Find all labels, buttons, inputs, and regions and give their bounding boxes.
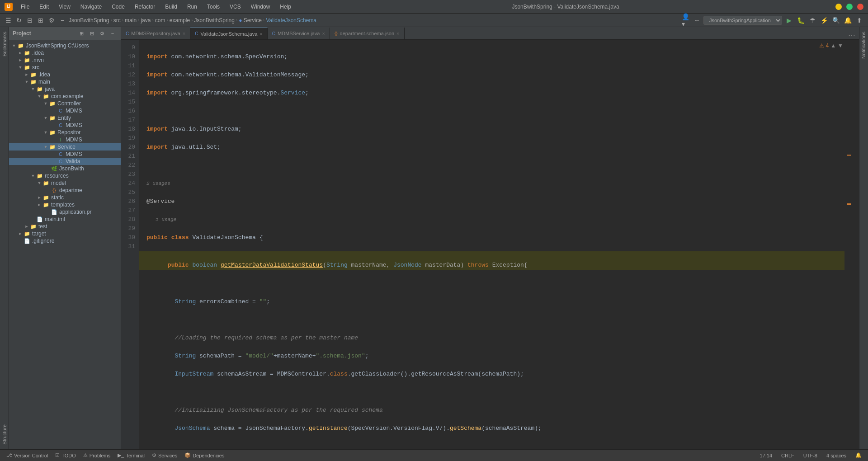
search-everywhere-button[interactable]: 🔍 bbox=[831, 15, 841, 25]
tab-validatejsonschema[interactable]: C ValidateJsonSchema.java × bbox=[190, 28, 267, 39]
notifications-tab[interactable]: Notifications bbox=[859, 27, 868, 63]
tree-com-example[interactable]: ▼ 📁 com.example bbox=[9, 93, 121, 100]
tree-templates[interactable]: ► 📁 templates bbox=[9, 201, 121, 208]
statusbar-notifications-icon[interactable]: 🔔 bbox=[853, 452, 864, 458]
profile-run-button[interactable]: ⚡ bbox=[819, 15, 829, 25]
breadcrumb-java[interactable]: java bbox=[141, 17, 151, 24]
tree-department-json[interactable]: {} departme bbox=[9, 187, 121, 194]
statusbar-todo[interactable]: ☑ TODO bbox=[52, 452, 79, 458]
tree-static[interactable]: ► 📁 static bbox=[9, 194, 121, 201]
project-settings-icon[interactable]: ⚙ bbox=[98, 29, 107, 38]
run-config-select[interactable]: JsonBwithSpringApplication bbox=[703, 16, 782, 25]
tree-service[interactable]: ▼ 📁 Service bbox=[9, 143, 121, 151]
tabs-more-button[interactable]: ⋯ bbox=[844, 31, 859, 39]
breadcrumb-validatejsonschema[interactable]: ValidateJsonSchema bbox=[266, 17, 316, 24]
menu-tools[interactable]: Tools bbox=[203, 2, 224, 12]
minimize-button[interactable] bbox=[835, 4, 842, 10]
updates-button[interactable]: ⬆ bbox=[854, 15, 864, 25]
tab-departmentjson[interactable]: {} department.schema.json × bbox=[330, 28, 405, 39]
tree-mdms-service[interactable]: C MDMS bbox=[9, 151, 121, 158]
tab-mdmsrepository[interactable]: C MDMSRepository.java × bbox=[121, 28, 190, 39]
breadcrumb-example[interactable]: example bbox=[170, 17, 190, 24]
tab-close-mdmsrepository[interactable]: × bbox=[183, 31, 185, 36]
menu-edit[interactable]: Edit bbox=[35, 2, 53, 12]
tab-close-departmentjson[interactable]: × bbox=[396, 31, 399, 36]
chevron-up-icon[interactable]: ▲ bbox=[830, 42, 836, 49]
notifications-button[interactable]: 🔔 bbox=[843, 15, 853, 25]
code-editor[interactable]: 9 10 11 12 13 14 15 16 17 18 19 20 21 22… bbox=[121, 40, 859, 449]
project-open-in-editor-icon[interactable]: ⊞ bbox=[77, 29, 86, 38]
statusbar-version-control[interactable]: ⎇ Version Control bbox=[4, 452, 51, 458]
statusbar-line-ending[interactable]: CRLF bbox=[778, 453, 797, 458]
breadcrumb-main[interactable]: main bbox=[125, 17, 137, 24]
code-content[interactable]: import com.networknt.schema.SpecVersion;… bbox=[139, 40, 859, 449]
tree-root[interactable]: ▼ 📁 JsonBwithSpring C:\Users bbox=[9, 42, 121, 49]
tree-model[interactable]: ▼ 📁 model bbox=[9, 179, 121, 187]
tree-application-properties[interactable]: 📄 application.pr bbox=[9, 208, 121, 216]
menu-code[interactable]: Code bbox=[107, 2, 129, 12]
breadcrumb-jsonbwithspring[interactable]: JsonBwithSpring bbox=[194, 17, 235, 24]
tree-src[interactable]: ▼ 📁 src bbox=[9, 64, 121, 71]
tree-jsonbwithspring-main[interactable]: 🌿 JsonBwith bbox=[9, 165, 121, 172]
statusbar-encoding[interactable]: UTF-8 bbox=[801, 453, 820, 458]
debug-button[interactable]: 🐛 bbox=[796, 15, 806, 25]
tab-mdmsservice[interactable]: C MDMSService.java × bbox=[268, 28, 330, 39]
tree-gitignore[interactable]: 📄 .gitignore bbox=[9, 237, 121, 245]
project-tree-icon[interactable]: ☰ bbox=[4, 16, 13, 25]
close-button[interactable] bbox=[857, 4, 863, 10]
bookmarks-tab[interactable]: Bookmarks bbox=[0, 27, 9, 61]
tree-idea[interactable]: ► 📁 .idea bbox=[9, 49, 121, 56]
statusbar-position[interactable]: 17:14 bbox=[757, 453, 775, 458]
coverage-button[interactable]: ☂ bbox=[807, 15, 817, 25]
expand-all-icon[interactable]: ⊞ bbox=[36, 16, 45, 25]
menu-build[interactable]: Build bbox=[160, 2, 182, 12]
profile-icon[interactable]: 👤 ▾ bbox=[682, 16, 691, 25]
tree-mdms-controller[interactable]: C MDMS bbox=[9, 107, 121, 114]
menu-file[interactable]: File bbox=[16, 2, 34, 12]
tree-idea-sub[interactable]: ► 📁 .idea bbox=[9, 71, 121, 78]
tree-entity[interactable]: ▼ 📁 Entity bbox=[9, 114, 121, 122]
sync-icon[interactable]: ↻ bbox=[14, 16, 24, 25]
statusbar-services[interactable]: ⚙ Services bbox=[149, 452, 180, 458]
statusbar-dependencies[interactable]: 📦 Dependencies bbox=[182, 452, 227, 458]
tab-close-validatejsonschema[interactable]: × bbox=[259, 31, 262, 37]
run-button[interactable]: ▶ bbox=[784, 15, 794, 25]
tree-repository[interactable]: ▼ 📁 Repositor bbox=[9, 129, 121, 136]
tree-test[interactable]: ► 📁 test bbox=[9, 223, 121, 230]
breadcrumb-project[interactable]: JsonBwithSpring bbox=[69, 17, 109, 24]
statusbar-indent[interactable]: 4 spaces bbox=[824, 453, 849, 458]
settings-icon[interactable]: ⚙ bbox=[47, 16, 56, 25]
menu-view[interactable]: View bbox=[54, 2, 75, 12]
menu-run[interactable]: Run bbox=[183, 2, 202, 12]
tree-target[interactable]: ► 📁 target bbox=[9, 230, 121, 237]
project-collapse-icon[interactable]: ⊟ bbox=[87, 29, 96, 38]
statusbar-problems[interactable]: ⚠ Problems bbox=[80, 452, 113, 458]
chevron-down-icon[interactable]: ▼ bbox=[838, 42, 843, 49]
tree-mdms-repo[interactable]: I MDMS bbox=[9, 136, 121, 143]
warning-indicator[interactable]: ⚠ 4 ▲ ▼ bbox=[819, 42, 843, 49]
menu-navigate[interactable]: Navigate bbox=[76, 2, 106, 12]
collapse-all-icon[interactable]: ⊟ bbox=[25, 16, 34, 25]
project-minimize-icon[interactable]: − bbox=[108, 29, 117, 38]
breadcrumb-src[interactable]: src bbox=[113, 17, 121, 24]
menu-refactor[interactable]: Refactor bbox=[130, 2, 160, 12]
tree-resources[interactable]: ▼ 📁 resources bbox=[9, 172, 121, 179]
menu-help[interactable]: Help bbox=[275, 2, 296, 12]
tree-mvn[interactable]: ► 📁 .mvn bbox=[9, 56, 121, 64]
menu-vcs[interactable]: VCS bbox=[225, 2, 245, 12]
tree-main[interactable]: ▼ 📁 main bbox=[9, 78, 121, 85]
tree-controller[interactable]: ▼ 📁 Controller bbox=[9, 100, 121, 107]
breadcrumb-service[interactable]: ● Service bbox=[239, 17, 262, 24]
tree-validate-json-schema[interactable]: C Valida bbox=[9, 158, 121, 165]
tree-main-iml[interactable]: 📄 main.iml bbox=[9, 216, 121, 223]
tree-java[interactable]: ▼ 📁 java bbox=[9, 85, 121, 93]
menu-window[interactable]: Window bbox=[246, 2, 275, 12]
back-icon[interactable]: ← bbox=[693, 16, 702, 25]
breadcrumb-com[interactable]: com bbox=[155, 17, 165, 24]
maximize-button[interactable] bbox=[846, 4, 853, 10]
tree-mdms-entity[interactable]: C MDMS bbox=[9, 122, 121, 129]
tab-close-mdmsservice[interactable]: × bbox=[322, 31, 325, 36]
minimize-panel-icon[interactable]: − bbox=[58, 16, 67, 25]
statusbar-terminal[interactable]: ▶_ Terminal bbox=[115, 452, 147, 458]
structure-tab[interactable]: Structure bbox=[0, 420, 9, 449]
